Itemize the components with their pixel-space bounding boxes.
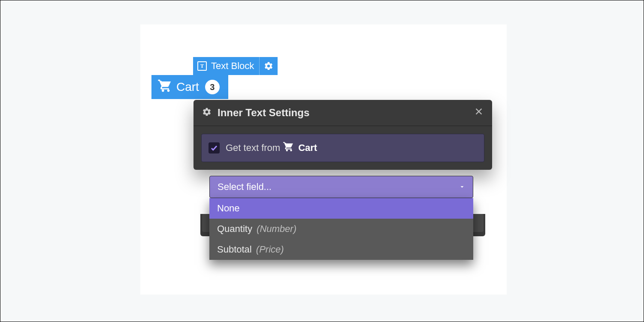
cart-label: Cart [176,80,199,94]
gear-icon [202,107,212,118]
gear-icon [264,61,273,71]
element-label-text-block[interactable]: T Text Block [193,57,278,75]
bind-source-name: Cart [298,142,317,153]
cart-element[interactable]: Cart 3 [151,75,228,99]
panel-title: Inner Text Settings [218,107,474,119]
cart-icon [157,78,172,96]
dropdown-option-subtotal[interactable]: Subtotal (Price) [209,239,473,260]
bind-label: Get text from [226,142,280,153]
select-placeholder: Select field... [218,181,272,193]
panel-body: Get text from Cart [194,126,492,170]
chevron-down-icon [459,181,465,193]
element-label-text: Text Block [211,60,254,72]
svg-point-4 [286,150,288,151]
field-dropdown: None Quantity (Number) Subtotal (Price) [209,198,473,260]
cart-icon [283,141,294,155]
dropdown-option-none[interactable]: None [209,198,473,219]
close-button[interactable] [474,107,484,119]
bind-checkbox[interactable] [209,142,220,153]
element-settings-button[interactable] [259,57,278,75]
dropdown-option-quantity[interactable]: Quantity (Number) [209,219,473,239]
cart-count-badge: 3 [205,80,220,94]
panel-header: Inner Text Settings [194,100,492,126]
text-block-icon: T [197,61,207,71]
checkmark-icon [210,144,218,152]
bind-source-row: Get text from Cart [201,134,484,162]
option-label: Subtotal [217,244,252,255]
svg-point-1 [167,89,170,92]
close-icon [474,107,484,116]
inner-text-settings-panel: Inner Text Settings Get text from Cart [194,100,492,170]
svg-point-5 [290,150,292,151]
field-select[interactable]: Select field... [209,176,473,198]
svg-point-0 [162,89,164,92]
option-hint: (Price) [256,244,284,255]
option-label: None [217,203,240,214]
option-hint: (Number) [257,223,296,234]
option-label: Quantity [217,223,252,234]
